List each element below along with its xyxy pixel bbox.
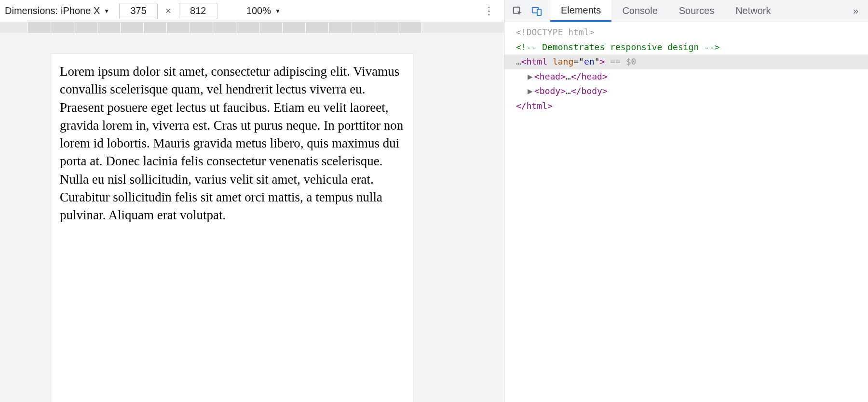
more-tabs-icon[interactable]: » [843,5,868,16]
device-name: iPhone X [61,5,100,16]
lorem-paragraph: Lorem ipsum dolor sit amet, consectetur … [60,63,404,224]
tab-sources[interactable]: Sources [668,0,725,22]
devtools-pane: Elements Console Sources Network » <!DOC… [504,0,868,402]
tab-elements[interactable]: Elements [550,0,611,22]
device-emulation-pane: Dimensions: iPhone X ▼ × 100% ▼ ⋮ Lorem … [0,0,504,402]
inspect-element-icon[interactable] [512,6,523,16]
svg-rect-2 [537,9,541,15]
dimensions-label: Dimensions: [5,5,58,16]
dom-comment[interactable]: <!-- Demonstrates responsive design --> [504,40,868,55]
tab-network[interactable]: Network [725,0,781,22]
dom-head[interactable]: ▶<head>…</head> [504,69,868,84]
dimension-separator: × [161,5,176,16]
elements-dom-tree[interactable]: <!DOCTYPE html> <!-- Demonstrates respon… [504,22,868,402]
device-height-input[interactable] [179,3,217,19]
dom-doctype[interactable]: <!DOCTYPE html> [504,25,868,40]
device-viewport[interactable]: Lorem ipsum dolor sit amet, consectetur … [51,54,413,402]
dimension-inputs: × [114,3,222,19]
page-content: Lorem ipsum dolor sit amet, consectetur … [51,54,413,233]
dom-html-open[interactable]: …<html lang="en"> == $0 [504,54,868,69]
more-options-icon[interactable]: ⋮ [484,5,494,17]
dom-body[interactable]: ▶<body>…</body> [504,84,868,99]
device-toggle-icon[interactable] [531,6,542,16]
devtools-tabbar: Elements Console Sources Network » [504,0,868,22]
dom-html-close[interactable]: </html> [504,99,868,114]
zoom-value: 100% [246,5,271,16]
zoom-selector[interactable]: 100% ▼ [242,5,285,16]
caret-down-icon: ▼ [275,8,281,14]
device-width-input[interactable] [119,3,158,19]
device-selector[interactable]: Dimensions: iPhone X ▼ [0,5,114,16]
breakpoint-ruler[interactable] [0,22,504,33]
caret-down-icon: ▼ [104,8,109,14]
emulator-canvas: Lorem ipsum dolor sit amet, consectetur … [0,33,504,402]
tab-console[interactable]: Console [611,0,668,22]
device-toolbar: Dimensions: iPhone X ▼ × 100% ▼ ⋮ [0,0,504,22]
